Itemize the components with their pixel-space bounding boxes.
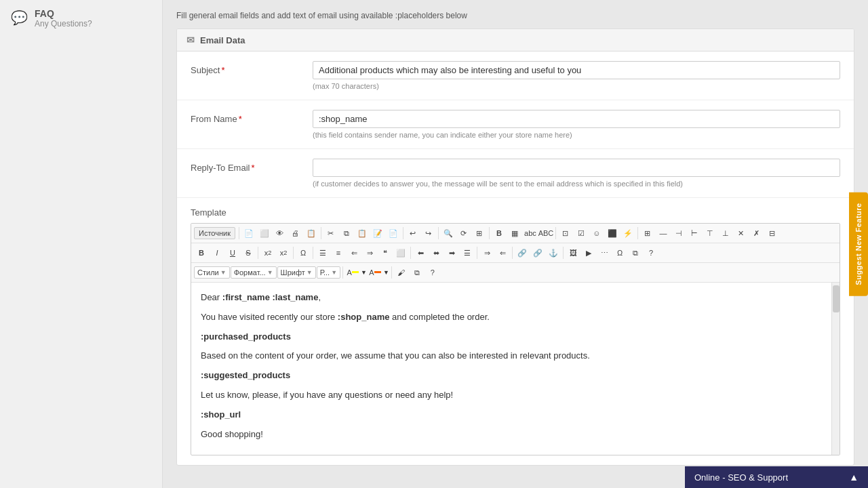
- tb-bg-color-arrow[interactable]: ▼: [383, 269, 389, 276]
- tb-row-below[interactable]: ⊥: [718, 226, 733, 241]
- tb-undo[interactable]: ↩: [406, 226, 420, 241]
- tb-symbol1[interactable]: ⊡: [558, 226, 573, 241]
- tb-abc2[interactable]: ABC: [538, 226, 553, 241]
- tb-outdent[interactable]: ⇐: [347, 245, 361, 260]
- tb-templates[interactable]: ⬜: [257, 226, 272, 241]
- tb-bold2[interactable]: B: [492, 226, 507, 241]
- tb-abc[interactable]: abc: [523, 226, 538, 241]
- suggest-feature-button[interactable]: Suggest New Feature: [849, 192, 868, 296]
- tb-show-blocks[interactable]: ▦: [507, 226, 522, 241]
- subject-input[interactable]: [313, 61, 840, 79]
- reply-to-input[interactable]: [313, 159, 840, 177]
- tb-text-color[interactable]: A: [345, 265, 360, 280]
- tb-horiz[interactable]: —: [656, 226, 671, 241]
- from-name-label: From Name*: [191, 110, 299, 124]
- tb-anchor[interactable]: ⚓: [546, 245, 561, 260]
- tb-del-row[interactable]: ✗: [749, 226, 764, 241]
- subject-field-wrapper: (max 70 characters): [313, 61, 840, 90]
- email-data-card: ✉ Email Data Subject* (max 70 characters…: [176, 28, 854, 466]
- tb-subscript[interactable]: x2: [260, 245, 275, 260]
- tb-unlink[interactable]: 🔗: [530, 245, 545, 260]
- toolbar-row-3: Стили ▼ Формат... ▼ Шрифт ▼ Р... ▼: [191, 263, 840, 283]
- format-dropdown[interactable]: Формат... ▼: [231, 266, 277, 279]
- tb-question[interactable]: ?: [644, 245, 658, 260]
- sidebar-item-faq[interactable]: 💬 FAQ Any Questions?: [0, 0, 162, 37]
- template-section: Template Источник 📄 ⬜ 👁 🖨 📋 ✂ ⧉ 📋 📝: [177, 198, 854, 465]
- tb-align-justify[interactable]: ☰: [460, 245, 475, 260]
- tb-image[interactable]: 🖼: [566, 245, 580, 260]
- faq-subtitle: Any Questions?: [35, 19, 92, 28]
- tb-table[interactable]: ⊞: [640, 226, 655, 241]
- tb-col-before[interactable]: ⊣: [671, 226, 686, 241]
- tb-ordered-list[interactable]: ≡: [331, 245, 346, 260]
- tb-checkbox[interactable]: ☑: [574, 226, 589, 241]
- content-line7: :shop_url: [201, 408, 830, 422]
- tb-redo[interactable]: ↪: [421, 226, 436, 241]
- content-line8: Good shopping!: [201, 428, 830, 442]
- tb-align-right[interactable]: ➡: [444, 245, 459, 260]
- tb-del-col[interactable]: ✕: [734, 226, 749, 241]
- tb-help[interactable]: ?: [425, 265, 440, 280]
- tb-copy2[interactable]: ⧉: [628, 245, 643, 260]
- tb-align-left[interactable]: ⬅: [413, 245, 428, 260]
- tb-copy[interactable]: ⧉: [339, 226, 354, 241]
- tb-blockquote[interactable]: ❝: [378, 245, 393, 260]
- content-line4: Based on the content of your order, we a…: [201, 349, 830, 363]
- content-line3: :purchased_products: [201, 330, 830, 344]
- tb-selectall[interactable]: ⊞: [472, 226, 487, 241]
- tb-indent[interactable]: ⇒: [362, 245, 377, 260]
- tb-bullet-list[interactable]: ☰: [315, 245, 330, 260]
- tb-row-above[interactable]: ⊤: [703, 226, 717, 241]
- tb-bold[interactable]: B: [194, 245, 209, 260]
- tb-superscript[interactable]: x2: [276, 245, 291, 260]
- content-line5: :suggested_products: [201, 369, 830, 383]
- tb-preview[interactable]: 👁: [273, 226, 288, 241]
- tb-paste[interactable]: 📋: [355, 226, 370, 241]
- tb-removeformat[interactable]: Ω: [296, 245, 311, 260]
- tb-col-after[interactable]: ⊢: [687, 226, 702, 241]
- tb-paste-styles[interactable]: 🖌: [394, 265, 409, 280]
- editor-scrollbar[interactable]: [831, 283, 840, 455]
- online-seo-bar[interactable]: Online - SEO & Support ▲: [685, 466, 868, 488]
- from-name-input[interactable]: [313, 110, 840, 128]
- tb-cut[interactable]: ✂: [323, 226, 338, 241]
- tb-print[interactable]: 🖨: [288, 226, 303, 241]
- tb-copy-styles[interactable]: ⧉: [410, 265, 425, 280]
- tb-bg-color[interactable]: A: [368, 265, 382, 280]
- tb-ltr[interactable]: ⇒: [479, 245, 494, 260]
- tb-smiley[interactable]: ☺: [589, 226, 604, 241]
- from-name-section: From Name* (this field contains sender n…: [177, 100, 854, 149]
- editor-content[interactable]: Dear :first_name :last_name, You have vi…: [191, 283, 840, 455]
- source-button[interactable]: Источник: [194, 227, 235, 239]
- content-line6: Let us know, please, if you have any que…: [201, 388, 830, 403]
- tb-underline[interactable]: U: [225, 245, 240, 260]
- tb-new-doc[interactable]: 📄: [241, 226, 256, 241]
- email-icon: ✉: [186, 35, 195, 45]
- tb-omega[interactable]: Ω: [612, 245, 627, 260]
- tb-paste-word[interactable]: 📄: [386, 226, 401, 241]
- tb-video[interactable]: ▶: [581, 245, 596, 260]
- tb-paste-text[interactable]: 📝: [370, 226, 385, 241]
- tb-more1[interactable]: ⋯: [597, 245, 612, 260]
- size-dropdown[interactable]: Р... ▼: [317, 266, 340, 279]
- font-dropdown[interactable]: Шрифт ▼: [277, 266, 316, 279]
- tb-spellcheck[interactable]: 📋: [304, 226, 319, 241]
- tb-flash[interactable]: ⚡: [620, 226, 635, 241]
- tb-link[interactable]: 🔗: [515, 245, 530, 260]
- tb-align-center[interactable]: ⬌: [429, 245, 443, 260]
- reply-to-hint: (if customer decides to answer you, the …: [313, 180, 840, 188]
- tb-text-color-arrow[interactable]: ▼: [361, 269, 367, 276]
- faq-title: FAQ: [35, 8, 92, 19]
- instruction-text: Fill general email fields and add text o…: [176, 11, 854, 20]
- chevron-up-icon[interactable]: ▲: [849, 472, 859, 483]
- styles-dropdown[interactable]: Стили ▼: [194, 266, 230, 279]
- tb-creatediv[interactable]: ⬜: [393, 245, 408, 260]
- tb-merge[interactable]: ⊟: [765, 226, 780, 241]
- tb-strikethrough[interactable]: S: [241, 245, 256, 260]
- tb-rtl[interactable]: ⇐: [495, 245, 510, 260]
- tb-iframe[interactable]: ⬛: [605, 226, 620, 241]
- tb-find[interactable]: 🔍: [441, 226, 456, 241]
- tb-find-replace[interactable]: ⟳: [456, 226, 471, 241]
- toolbar-row-2: B I U S x2 x2 Ω ☰ ≡ ⇐ ⇒ ❝ ⬜: [191, 243, 840, 263]
- tb-italic[interactable]: I: [210, 245, 224, 260]
